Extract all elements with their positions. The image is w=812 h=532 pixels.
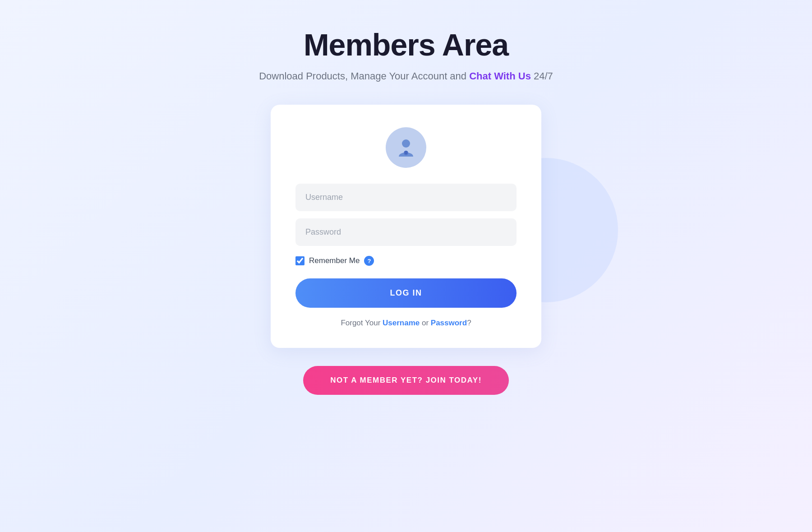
forgot-middle-text: or — [420, 319, 431, 327]
remember-me-help-icon[interactable]: ? — [364, 256, 374, 266]
user-avatar-icon — [386, 127, 426, 168]
subtitle-text-after: 24/7 — [531, 70, 553, 82]
remember-me-label: Remember Me — [309, 256, 360, 265]
login-button[interactable]: LOG IN — [295, 278, 517, 308]
forgot-after-text: ? — [467, 319, 471, 327]
join-today-button[interactable]: NOT A MEMBER YET? JOIN TODAY! — [303, 366, 509, 395]
svg-point-0 — [402, 139, 410, 148]
password-input[interactable] — [295, 218, 517, 246]
subtitle-text-before: Download Products, Manage Your Account a… — [259, 70, 469, 82]
username-input[interactable] — [295, 184, 517, 211]
page-title: Members Area — [304, 27, 508, 62]
forgot-before-text: Forgot Your — [341, 319, 383, 327]
remember-me-row: Remember Me ? — [295, 256, 517, 266]
forgot-username-link[interactable]: Username — [383, 319, 420, 327]
forgot-password-link[interactable]: Password — [431, 319, 467, 327]
svg-rect-2 — [405, 153, 407, 154]
login-card: Remember Me ? LOG IN Forgot Your Usernam… — [271, 105, 541, 348]
chat-with-us-link[interactable]: Chat With Us — [469, 70, 531, 82]
page-subtitle: Download Products, Manage Your Account a… — [259, 70, 553, 82]
forgot-credentials-text: Forgot Your Username or Password? — [341, 319, 471, 328]
remember-me-checkbox[interactable] — [295, 256, 304, 265]
